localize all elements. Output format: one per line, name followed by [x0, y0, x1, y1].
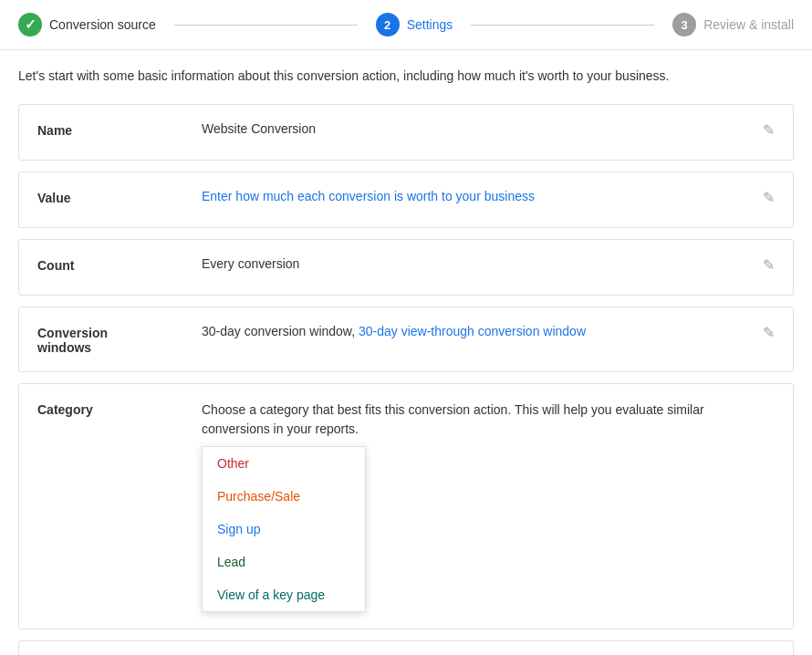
count-value: Every conversion: [202, 256, 754, 271]
step-settings[interactable]: 2 Settings: [376, 13, 453, 36]
step-2-label: Settings: [407, 17, 453, 32]
step-connector-2: [471, 25, 654, 26]
step-3-number: 3: [682, 18, 688, 32]
count-label: Count: [37, 256, 202, 273]
checkmark-icon: ✓: [25, 16, 36, 33]
count-row: Count Every conversion: [19, 240, 793, 295]
category-section: Category Choose a category that best fit…: [18, 383, 794, 629]
step-3-label: Review & install: [703, 17, 794, 32]
main-content: Let's start with some basic information …: [0, 50, 812, 655]
include-conversions-section: Include in "Conversions" Yes: [18, 640, 794, 655]
value-value[interactable]: Enter how much each conversion is worth …: [202, 189, 754, 203]
include-conversions-row: Include in "Conversions" Yes: [19, 641, 793, 655]
category-label: Category: [37, 400, 202, 417]
count-edit-button[interactable]: [763, 256, 775, 274]
category-description: Choose a category that best fits this co…: [202, 400, 775, 439]
step-2-circle: 2: [376, 13, 400, 36]
intro-text: Let's start with some basic information …: [18, 67, 794, 86]
step-1-circle: ✓: [18, 13, 42, 36]
category-dropdown[interactable]: Other Purchase/Sale Sign up Lead View of…: [202, 446, 366, 612]
conversion-windows-label: Conversion windows: [37, 324, 202, 355]
count-section: Count Every conversion: [18, 239, 794, 296]
value-row: Value Enter how much each conversion is …: [19, 172, 793, 227]
name-edit-button[interactable]: [763, 121, 775, 139]
name-row: Name Website Conversion: [19, 105, 793, 160]
name-value: Website Conversion: [202, 121, 754, 136]
category-right: Choose a category that best fits this co…: [202, 400, 775, 612]
dropdown-item-view-key-page[interactable]: View of a key page: [203, 578, 365, 611]
dropdown-item-sign-up[interactable]: Sign up: [203, 513, 365, 546]
value-section: Value Enter how much each conversion is …: [18, 172, 794, 228]
value-edit-button[interactable]: [763, 189, 775, 206]
value-label: Value: [37, 189, 202, 205]
conversion-windows-row: Conversion windows 30-day conversion win…: [19, 307, 793, 371]
dropdown-item-lead[interactable]: Lead: [203, 546, 365, 578]
category-dropdown-menu: Other Purchase/Sale Sign up Lead View of…: [202, 446, 366, 612]
conversion-windows-value: 30-day conversion window, 30-day view-th…: [202, 324, 754, 338]
step-3-circle: 3: [672, 13, 696, 36]
step-conversion-source[interactable]: ✓ Conversion source: [18, 13, 156, 36]
dropdown-item-other[interactable]: Other: [203, 447, 365, 480]
dropdown-item-purchase-sale[interactable]: Purchase/Sale: [203, 480, 365, 513]
step-2-number: 2: [384, 18, 390, 32]
conversion-windows-section: Conversion windows 30-day conversion win…: [18, 307, 794, 372]
step-review-install[interactable]: 3 Review & install: [672, 13, 794, 36]
step-connector-1: [174, 25, 358, 26]
stepper: ✓ Conversion source 2 Settings 3 Review …: [0, 0, 812, 50]
conversion-windows-edit-button[interactable]: [763, 324, 775, 341]
category-row: Category Choose a category that best fit…: [19, 384, 793, 629]
name-section: Name Website Conversion: [18, 104, 794, 161]
name-label: Name: [37, 121, 202, 138]
step-1-label: Conversion source: [49, 17, 156, 32]
